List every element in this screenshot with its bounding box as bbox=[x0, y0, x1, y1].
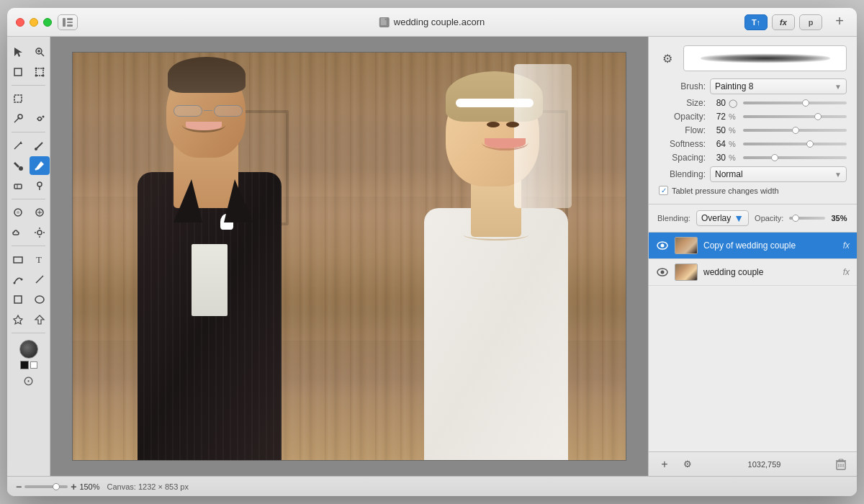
title-bar: wedding couple.acorn T↑ fx p + bbox=[7, 8, 857, 37]
zoom-in-button[interactable]: + bbox=[71, 481, 76, 492]
arrow-shape-tool[interactable] bbox=[30, 310, 50, 329]
layer-visibility-toggle[interactable] bbox=[656, 239, 669, 252]
blending-dropdown-arrow: ▼ bbox=[834, 171, 842, 179]
layer-settings-button[interactable]: ⚙ bbox=[679, 457, 696, 472]
softness-slider[interactable] bbox=[743, 143, 847, 145]
pen-write-tool[interactable] bbox=[8, 136, 28, 155]
brush-preview-row: ⚙ bbox=[659, 45, 847, 71]
flow-pct: % bbox=[729, 126, 739, 135]
zoom-tool[interactable] bbox=[30, 42, 50, 61]
zoom-controls: − + 150% bbox=[16, 481, 100, 492]
flow-value: 50 bbox=[710, 125, 726, 135]
pen-path-tool[interactable] bbox=[8, 270, 28, 289]
color-picker-icon[interactable]: ⊙ bbox=[23, 373, 34, 389]
svg-point-33 bbox=[17, 211, 19, 214]
gear-button[interactable]: ⚙ bbox=[659, 50, 676, 67]
layer-opacity-label: Opacity: bbox=[755, 214, 783, 222]
zoom-percentage: 150% bbox=[79, 482, 99, 491]
background-color[interactable] bbox=[30, 361, 37, 369]
clone-stamp-tool[interactable] bbox=[30, 176, 50, 195]
layer-blending-label: Blending: bbox=[657, 214, 690, 222]
rectangle-tool[interactable] bbox=[8, 250, 28, 269]
size-slider-thumb bbox=[802, 99, 809, 107]
layer-fx[interactable]: fx bbox=[843, 267, 850, 277]
left-toolbar: T bbox=[7, 37, 50, 476]
lasso-tool[interactable] bbox=[30, 89, 50, 108]
layer-item[interactable]: wedding couple fx bbox=[649, 259, 857, 286]
layer-opacity-slider[interactable] bbox=[789, 217, 825, 220]
title-bar-toolbar: T↑ fx p + bbox=[744, 14, 848, 30]
flow-slider[interactable] bbox=[743, 129, 847, 132]
layer-name: wedding couple bbox=[703, 267, 837, 277]
zoom-slider-thumb bbox=[53, 483, 60, 490]
p-button[interactable]: p bbox=[799, 14, 822, 30]
status-bar: − + 150% Canvas: 1232 × 853 px bbox=[7, 476, 857, 496]
paint-bucket-tool[interactable] bbox=[8, 156, 28, 175]
rect-select-tool[interactable] bbox=[8, 89, 28, 108]
size-slider[interactable] bbox=[743, 102, 847, 104]
line-tool[interactable] bbox=[30, 270, 50, 289]
svg-point-14 bbox=[42, 68, 44, 70]
brush-circle[interactable] bbox=[19, 340, 38, 359]
zoom-out-button[interactable]: − bbox=[16, 481, 22, 492]
rect-outline-tool[interactable] bbox=[8, 290, 28, 309]
add-layer-button[interactable]: + bbox=[656, 457, 673, 472]
brush-dropdown-arrow: ▼ bbox=[834, 83, 842, 91]
svg-point-45 bbox=[20, 279, 22, 281]
tablet-checkbox[interactable]: ✓ bbox=[659, 186, 668, 195]
window-title: wedding couple.acorn bbox=[394, 17, 485, 27]
layer-blending-select[interactable]: Overlay ▼ bbox=[696, 210, 749, 226]
brightness-tool[interactable] bbox=[30, 223, 50, 242]
quick-select-tool[interactable] bbox=[30, 109, 50, 128]
blending-select[interactable]: Normal ▼ bbox=[710, 166, 847, 182]
sharpen-tool[interactable] bbox=[30, 203, 50, 222]
svg-text:T: T bbox=[36, 254, 42, 265]
eraser-tool[interactable] bbox=[8, 176, 28, 195]
main-content: T bbox=[7, 37, 857, 476]
canvas-coordinates: 1032,759 bbox=[702, 460, 827, 469]
spacing-slider[interactable] bbox=[743, 156, 847, 159]
maximize-button[interactable] bbox=[43, 18, 52, 27]
svg-marker-50 bbox=[35, 315, 44, 324]
svg-point-54 bbox=[661, 271, 665, 274]
canvas-image[interactable] bbox=[72, 52, 626, 461]
softness-pct: % bbox=[729, 140, 739, 148]
blending-value: Normal bbox=[715, 169, 743, 179]
eyedropper-tool[interactable] bbox=[30, 156, 50, 175]
sidebar-toggle-button[interactable] bbox=[58, 14, 78, 30]
brush-tool[interactable] bbox=[30, 136, 50, 155]
softness-value: 64 bbox=[710, 139, 726, 149]
layer-opacity-thumb bbox=[792, 215, 799, 222]
fx-button[interactable]: fx bbox=[772, 14, 795, 30]
softness-label: Softness: bbox=[659, 139, 706, 149]
svg-rect-0 bbox=[63, 18, 66, 27]
minimize-button[interactable] bbox=[30, 18, 38, 27]
spacing-slider-thumb bbox=[771, 154, 778, 161]
delete-layer-button[interactable] bbox=[832, 457, 850, 472]
foreground-color[interactable] bbox=[20, 361, 29, 369]
add-button-titlebar[interactable]: + bbox=[831, 14, 848, 29]
transform-tool[interactable] bbox=[30, 63, 50, 81]
layer-visibility-toggle[interactable] bbox=[656, 266, 669, 279]
arrow-tool[interactable] bbox=[8, 42, 28, 61]
canvas-area[interactable] bbox=[50, 37, 648, 476]
cloud-tool[interactable] bbox=[8, 223, 28, 242]
crop-tool[interactable] bbox=[8, 63, 28, 81]
brush-settings: ⚙ Brush: Painting 8 ▼ Size: 80 bbox=[649, 37, 857, 204]
layer-fx[interactable]: fx bbox=[843, 240, 850, 251]
opacity-slider[interactable] bbox=[743, 115, 847, 118]
magic-wand-tool[interactable] bbox=[8, 109, 28, 128]
layer-item[interactable]: Copy of wedding couple fx bbox=[649, 233, 857, 259]
svg-rect-12 bbox=[36, 68, 43, 76]
ellipse-tool[interactable] bbox=[30, 290, 50, 309]
svg-point-21 bbox=[42, 116, 44, 118]
star-tool[interactable] bbox=[8, 310, 28, 329]
blur-tool[interactable] bbox=[8, 203, 28, 222]
zoom-slider[interactable] bbox=[24, 485, 68, 488]
close-button[interactable] bbox=[16, 18, 24, 27]
text-tool[interactable]: T bbox=[30, 250, 50, 269]
brush-select[interactable]: Painting 8 ▼ bbox=[710, 78, 847, 94]
svg-point-52 bbox=[661, 244, 665, 248]
svg-point-27 bbox=[35, 168, 37, 171]
text-tool-button[interactable]: T↑ bbox=[744, 14, 768, 30]
